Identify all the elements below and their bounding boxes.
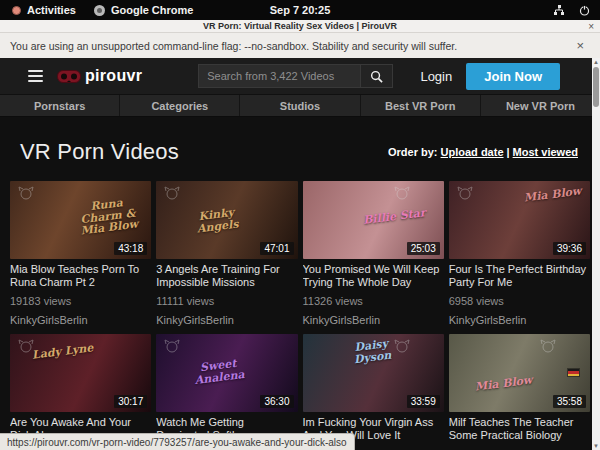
video-title[interactable]: Mia Blow Teaches Porn To Runa Charm Pt 2 — [10, 263, 151, 289]
status-url-bubble: https://pirouvr.com/vr-porn-video/779325… — [0, 433, 355, 450]
order-by: Order by: Upload date|Most viewed — [388, 146, 578, 158]
thumb-overlay-title: Lady Lyne — [32, 342, 94, 361]
thumb-overlay-title: Sweet Analena — [183, 356, 255, 387]
video-views: 11326 views — [303, 295, 444, 307]
thumb-overlay-title: Mia Blow — [474, 375, 533, 393]
duration-badge: 30:17 — [114, 395, 147, 408]
menu-icon[interactable] — [28, 70, 43, 82]
duration-badge: 39:36 — [553, 242, 586, 255]
thumb-overlay-title: Daisy Dyson — [335, 336, 407, 367]
thumb-overlay-title: Mia Blow — [524, 186, 583, 204]
duration-badge: 25:03 — [407, 242, 440, 255]
video-card[interactable]: Billie Star 25:03 You Promised We Will K… — [303, 181, 444, 326]
main-nav: Pornstars Categories Studios Best VR Por… — [0, 94, 600, 117]
scrollbar-thumb[interactable] — [593, 67, 599, 107]
video-thumbnail[interactable]: Sweet Analena 36:30 — [156, 334, 297, 412]
video-title[interactable]: 3 Angels Are Training For Impossible Mis… — [156, 263, 297, 289]
video-card[interactable]: Mia Blow 35:58 Milf Teaches The Teacher … — [449, 334, 590, 450]
scroll-down-icon[interactable]: ▼ — [592, 442, 600, 450]
studio-cat-watermark-icon — [164, 186, 180, 200]
scrollbar[interactable]: ▲ ▼ — [592, 58, 600, 450]
chrome-app-menu[interactable]: Google Chrome — [94, 4, 194, 16]
chrome-warning-bar: You are using an unsupported command-lin… — [0, 33, 600, 58]
page-title: VR Porn Videos — [20, 139, 179, 165]
login-link[interactable]: Login — [406, 69, 466, 84]
thumb-overlay-title: Kinky Angels — [181, 205, 253, 236]
site-header: pirouvr Login Join Now — [0, 58, 600, 94]
video-thumbnail[interactable]: Kinky Angels 47:01 — [156, 181, 297, 259]
sort-upload-date-link[interactable]: Upload date — [441, 146, 504, 158]
activities-button[interactable]: Activities — [12, 4, 76, 16]
page-viewport: pirouvr Login Join Now Pornstars Categor… — [0, 58, 600, 450]
studio-cat-watermark-icon — [394, 186, 410, 200]
studio-cat-watermark-icon — [540, 339, 556, 353]
browser-titlebar: VR Porn: Virtual Reality Sex Videos | Pi… — [0, 20, 600, 33]
thumb-overlay-title: Runa Charm & Mia Blow — [71, 195, 145, 238]
video-title[interactable]: Milf Teaches The Teacher Some Practical … — [449, 416, 590, 442]
video-title[interactable]: You Promised We Will Keep Trying The Who… — [303, 263, 444, 289]
studio-cat-watermark-icon — [164, 339, 180, 353]
logo-text: pirouvr — [85, 67, 142, 85]
search-input[interactable] — [198, 64, 361, 88]
studio-cat-watermark-icon — [457, 186, 473, 200]
video-card[interactable]: Mia Blow 39:36 Four Is The Perfect Birth… — [449, 181, 590, 326]
window-title: VR Porn: Virtual Reality Sex Videos | Pi… — [203, 21, 397, 31]
video-thumbnail[interactable]: Daisy Dyson 33:59 — [303, 334, 444, 412]
tab-close-icon[interactable]: × — [588, 20, 594, 33]
studio-cat-watermark-icon — [18, 186, 34, 200]
status-url-text: https://pirouvr.com/vr-porn-video/779325… — [7, 437, 347, 448]
germany-flag-icon — [567, 368, 580, 377]
video-thumbnail[interactable]: Runa Charm & Mia Blow 43:18 — [10, 181, 151, 259]
page-heading-row: VR Porn Videos Order by: Upload date|Mos… — [0, 117, 600, 181]
search-icon — [370, 70, 383, 83]
network-icon[interactable] — [553, 5, 565, 16]
nav-item-new[interactable]: New VR Porn — [481, 95, 600, 116]
video-views: 6958 views — [449, 295, 590, 307]
video-thumbnail[interactable]: Lady Lyne 30:17 — [10, 334, 151, 412]
studio-link[interactable]: KinkyGirlsBerlin — [449, 314, 590, 326]
studio-link[interactable]: KinkyGirlsBerlin — [303, 314, 444, 326]
power-icon[interactable] — [579, 5, 590, 16]
chrome-app-label: Google Chrome — [111, 4, 194, 16]
search-bar — [198, 64, 393, 88]
duration-badge: 47:01 — [260, 242, 293, 255]
nav-item-pornstars[interactable]: Pornstars — [0, 95, 120, 116]
nav-item-best[interactable]: Best VR Porn — [361, 95, 481, 116]
studio-link[interactable]: KinkyGirlsBerlin — [156, 314, 297, 326]
activities-label: Activities — [27, 4, 76, 16]
video-thumbnail[interactable]: Billie Star 25:03 — [303, 181, 444, 259]
nav-item-studios[interactable]: Studios — [240, 95, 360, 116]
os-taskbar: Activities Google Chrome Sep 7 20:25 — [0, 0, 600, 20]
sort-separator: | — [504, 146, 513, 158]
activities-icon — [12, 6, 21, 15]
video-card[interactable]: Runa Charm & Mia Blow 43:18 Mia Blow Tea… — [10, 181, 151, 326]
video-thumbnail[interactable]: Mia Blow 35:58 — [449, 334, 590, 412]
sort-most-viewed-link[interactable]: Most viewed — [513, 146, 578, 158]
screen: Activities Google Chrome Sep 7 20:25 VR … — [0, 0, 600, 450]
duration-badge: 43:18 — [114, 242, 147, 255]
duration-badge: 36:30 — [260, 395, 293, 408]
video-grid: Runa Charm & Mia Blow 43:18 Mia Blow Tea… — [0, 181, 600, 450]
video-title[interactable]: Four Is The Perfect Birthday Party For M… — [449, 263, 590, 289]
site-logo[interactable]: pirouvr — [57, 67, 142, 85]
scroll-up-icon[interactable]: ▲ — [592, 58, 600, 66]
vr-goggles-icon — [57, 70, 81, 83]
warning-close-icon[interactable]: × — [570, 38, 590, 53]
video-thumbnail[interactable]: Mia Blow 39:36 — [449, 181, 590, 259]
search-button[interactable] — [361, 64, 393, 88]
duration-badge: 35:58 — [553, 395, 586, 408]
video-card[interactable]: Kinky Angels 47:01 3 Angels Are Training… — [156, 181, 297, 326]
chrome-icon — [94, 5, 105, 16]
duration-badge: 33:59 — [407, 395, 440, 408]
join-now-button[interactable]: Join Now — [466, 63, 560, 90]
nav-item-categories[interactable]: Categories — [120, 95, 240, 116]
studio-link[interactable]: KinkyGirlsBerlin — [10, 314, 151, 326]
warning-text: You are using an unsupported command-lin… — [10, 40, 457, 52]
order-by-label: Order by: — [388, 146, 438, 158]
video-views: 11111 views — [156, 295, 297, 307]
video-views: 19183 views — [10, 295, 151, 307]
thumb-overlay-title: Billie Star — [362, 207, 426, 226]
